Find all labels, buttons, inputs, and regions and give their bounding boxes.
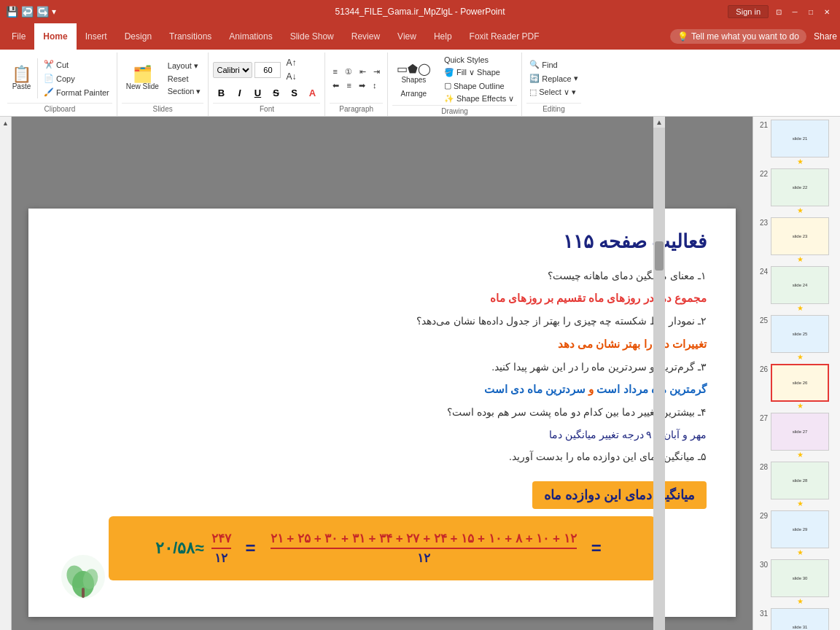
bullets-button[interactable]: ≡ xyxy=(330,66,340,78)
thumb-26[interactable]: 26 slide 26 ★ xyxy=(756,364,837,410)
shape-outline-icon: ▢ xyxy=(444,81,451,90)
bold-button[interactable]: B xyxy=(213,85,229,101)
line-spacing-button[interactable]: ↕ xyxy=(370,79,380,92)
close-button[interactable]: ✕ xyxy=(820,4,834,19)
thumb-img-23[interactable]: slide 23 xyxy=(771,217,829,255)
thumb-22[interactable]: 22 slide 22 ★ xyxy=(756,168,837,214)
tab-view[interactable]: View xyxy=(389,23,425,50)
align-left-button[interactable]: ⬅ xyxy=(330,79,342,92)
text-shadow-button[interactable]: S xyxy=(286,85,302,101)
decrease-font-button[interactable]: A↓ xyxy=(283,70,299,83)
thumb-21[interactable]: 21 slide 21 ★ xyxy=(756,120,837,166)
svg-rect-4 xyxy=(82,588,85,598)
copy-button[interactable]: 📄Copy xyxy=(41,72,112,85)
thumb-star-29: ★ xyxy=(797,548,804,556)
tell-me-field[interactable]: 💡 Tell me what you want to do xyxy=(670,29,806,44)
editing-group: 🔍Find 🔄Replace▾ ⬚Select ∨▾ Editing xyxy=(522,52,585,116)
layout-chevron: ▾ xyxy=(194,61,198,71)
line-4-answer: تغییرات دما را بهتر نشان می دهد xyxy=(58,335,707,353)
thumb-27[interactable]: 27 slide 27 ★ xyxy=(756,413,837,459)
thumb-img-21[interactable]: slide 21 xyxy=(771,120,829,158)
align-right-button[interactable]: ➡ xyxy=(356,79,368,92)
section-button[interactable]: Section▾ xyxy=(165,85,204,98)
increase-indent-button[interactable]: ⇥ xyxy=(370,66,383,78)
tab-review[interactable]: Review xyxy=(343,23,389,50)
new-slide-label: New Slide xyxy=(126,82,159,90)
thumb-img-26[interactable]: slide 26 xyxy=(771,364,829,402)
customize-icon[interactable]: ▾ xyxy=(52,7,56,17)
strikethrough-button[interactable]: S xyxy=(268,85,284,101)
shapes-icon: ▭⬟◯ xyxy=(397,62,431,76)
shape-effects-button[interactable]: ✨Shape Effects ∨ xyxy=(441,93,517,105)
sign-in-button[interactable]: Sign in xyxy=(728,5,769,18)
thumb-img-25[interactable]: slide 25 xyxy=(771,315,829,353)
italic-button[interactable]: I xyxy=(231,85,247,101)
shape-fill-button[interactable]: 🪣Fill ∨ Shape xyxy=(441,66,517,79)
thumb-img-30[interactable]: slide 30 xyxy=(771,559,829,597)
layout-button[interactable]: Layout▾ xyxy=(165,60,204,72)
line-8-answer: مهر و آبان با ۹ درجه تغییر میانگین دما xyxy=(58,427,707,443)
paste-button[interactable]: 📋 Paste xyxy=(7,64,36,93)
tab-foxit[interactable]: Foxit Reader PDF xyxy=(461,23,548,50)
thumb-23[interactable]: 23 slide 23 ★ xyxy=(756,217,837,263)
undo-icon[interactable]: ↩️ xyxy=(21,6,34,18)
logo-area xyxy=(58,551,109,602)
thumb-30[interactable]: 30 slide 30 ★ xyxy=(756,559,837,605)
save-icon[interactable]: 💾 xyxy=(6,6,18,18)
slide-panel-left: ▲ xyxy=(0,117,12,630)
tab-file[interactable]: File xyxy=(3,23,34,50)
thumb-img-29[interactable]: slide 29 xyxy=(771,510,829,548)
maximize-button[interactable]: □ xyxy=(804,4,818,19)
scroll-up-button[interactable]: ▲ xyxy=(654,117,664,128)
arrange-button[interactable]: Arrange xyxy=(392,88,435,100)
shapes-button[interactable]: ▭⬟◯ Shapes xyxy=(392,60,435,86)
redo-icon[interactable]: ↪️ xyxy=(36,6,49,18)
thumb-29[interactable]: 29 slide 29 ★ xyxy=(756,510,837,556)
main-fraction: ۱۲ + ۱۰ + ۸ + ۱۰ + ۱۵ + ۲۴ + ۲۷ + ۳۴ + ۳… xyxy=(271,531,577,566)
decrease-indent-button[interactable]: ⇤ xyxy=(357,66,369,78)
reset-button[interactable]: Reset xyxy=(165,73,204,85)
thumb-img-28[interactable]: slide 28 xyxy=(771,462,829,499)
minimize-button[interactable]: ─ xyxy=(788,4,802,19)
share-button[interactable]: Share xyxy=(814,31,837,42)
vertical-scrollbar[interactable]: ▲ ▼ xyxy=(653,117,665,630)
tab-insert[interactable]: Insert xyxy=(77,23,116,50)
thumb-28[interactable]: 28 slide 28 ★ xyxy=(756,462,837,508)
tab-design[interactable]: Design xyxy=(116,23,160,50)
thumb-img-31[interactable]: slide 31 xyxy=(771,608,829,630)
thumb-img-24[interactable]: slide 24 xyxy=(771,266,829,304)
increase-font-button[interactable]: A↑ xyxy=(283,56,299,69)
align-center-button[interactable]: ≡ xyxy=(343,79,354,92)
frac2-denominator: ۱۲ xyxy=(214,549,228,566)
select-button[interactable]: ⬚Select ∨▾ xyxy=(526,86,580,98)
logo-svg xyxy=(58,551,109,602)
tab-slideshow[interactable]: Slide Show xyxy=(281,23,343,50)
scroll-thumb[interactable] xyxy=(655,241,664,271)
underline-button[interactable]: U xyxy=(249,85,265,101)
numbering-button[interactable]: ① xyxy=(342,66,355,78)
tab-transitions[interactable]: Transitions xyxy=(160,23,220,50)
new-slide-button[interactable]: 🗂️ New Slide xyxy=(122,64,163,93)
quick-styles-button[interactable]: Quick Styles xyxy=(441,54,517,66)
thumb-24[interactable]: 24 slide 24 ★ xyxy=(756,266,837,312)
thumb-25[interactable]: 25 slide 25 ★ xyxy=(756,315,837,361)
font-size-input[interactable] xyxy=(254,62,281,78)
format-painter-button[interactable]: 🖌️Format Painter xyxy=(41,86,112,98)
slide-canvas[interactable]: فعالیت صفحه ۱۱۵ ۱ـ معنای میانگین دمای ما… xyxy=(28,209,736,617)
scroll-track[interactable] xyxy=(653,128,665,630)
tab-home[interactable]: Home xyxy=(34,23,76,50)
shape-outline-button[interactable]: ▢Shape Outline xyxy=(441,79,517,92)
thumb-31[interactable]: 31 slide 31 ★ xyxy=(756,608,837,630)
thumb-img-22[interactable]: slide 22 xyxy=(771,168,829,206)
font-family-select[interactable]: Calibri xyxy=(213,62,252,78)
thumb-img-27[interactable]: slide 27 xyxy=(771,413,829,451)
font-color-button[interactable]: A xyxy=(304,85,320,101)
replace-chevron: ▾ xyxy=(574,74,578,83)
find-button[interactable]: 🔍Find xyxy=(526,58,580,71)
cut-button[interactable]: ✂️Cut xyxy=(41,58,112,71)
tab-animations[interactable]: Animations xyxy=(220,23,281,50)
tab-help[interactable]: Help xyxy=(425,23,461,50)
find-icon: 🔍 xyxy=(529,60,540,69)
replace-button[interactable]: 🔄Replace▾ xyxy=(526,72,580,85)
restore-down-icon[interactable]: ⊡ xyxy=(771,4,786,19)
